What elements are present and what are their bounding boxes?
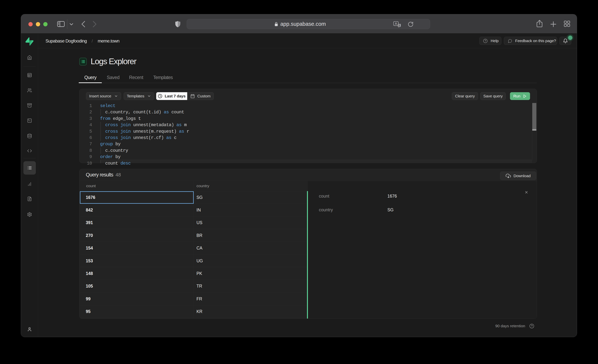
svg-text:文: 文 [398, 24, 401, 27]
svg-text:A: A [395, 22, 397, 25]
